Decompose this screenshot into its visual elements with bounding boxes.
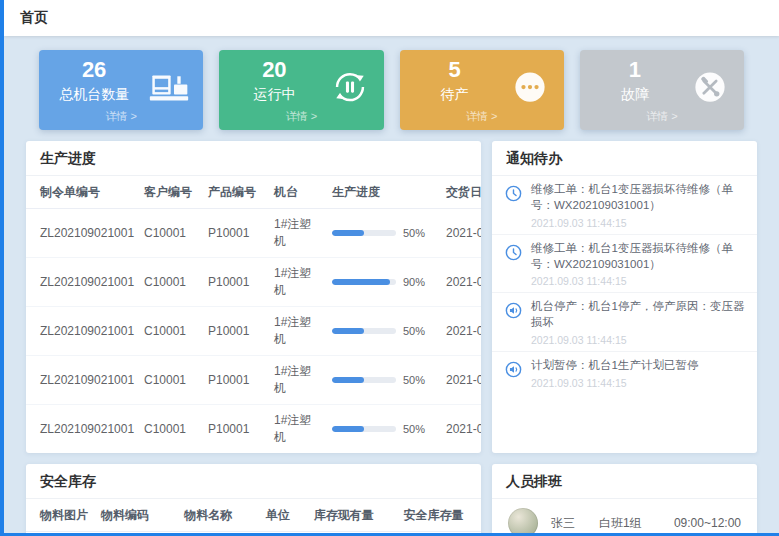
dashboard-row-top: 生产进度 制令单编号 客户编号 产品编号 机台 生产进度 交货日期 ZL2021… [26,141,757,453]
avatar [508,508,538,536]
col-safety: 安全库存量 [397,499,481,532]
staff-shift: 白班1组 [599,515,661,532]
ellipsis-icon [510,69,550,105]
notifications-title: 通知待办 [492,141,757,176]
table-row: ZL202109021001 C10001 P10001 1#注塑机 50% 2… [26,405,481,454]
stat-card-waiting[interactable]: 5 待产 详情 > [400,50,564,130]
progress-bar [332,279,396,285]
dashboard-content: 26 总机台数量 详情 > 20 运行中 详情 > [4,36,779,536]
date-cell: 2021-09-10 [440,258,481,307]
notifications-panel: 通知待办 维修工单：机台1变压器损坏待维修（单号：WX202109031001）… [492,141,757,453]
stat-card-running[interactable]: 20 运行中 详情 > [219,50,383,130]
notification-text: 计划暂停：机台1生产计划已暂停 [531,358,698,374]
progress-bar [332,426,396,432]
date-cell: 2021-09-10 [440,356,481,405]
product-cell: P10001 [202,209,268,258]
machine-cell: 1#注塑机 [268,209,326,258]
product-cell: P10001 [202,307,268,356]
col-progress: 生产进度 [326,176,440,209]
inventory-panel: 安全库存 物料图片 物料编码 物料名称 单位 库存现有量 安全库存量 M [26,464,481,536]
date-cell: 2021-09-10 [440,209,481,258]
table-row: ZL202109021001 C10001 P10001 1#注塑机 50% 2… [26,356,481,405]
speaker-icon [504,301,523,320]
order-cell: ZL202109021001 [26,405,138,454]
notification-item[interactable]: 机台停产：机台1停产，停产原因：变压器损坏 2021.09.03 11:44:1… [492,293,757,352]
production-table: 制令单编号 客户编号 产品编号 机台 生产进度 交货日期 ZL202109021… [26,176,481,453]
notification-item[interactable]: 计划暂停：机台1生产计划已暂停 2021.09.03 11:44:15 [492,352,757,394]
stat-card-total-machines[interactable]: 26 总机台数量 详情 > [39,50,203,130]
progress-bar [332,328,396,334]
schedule-panel: 人员排班 张三 白班1组 09:00~12:00 李四 白班2组 12:00~1… [492,464,757,536]
name-cell: RJ45接口 [178,532,259,536]
inventory-title: 安全库存 [26,464,481,499]
notification-text: 机台停产：机台1停产，停产原因：变压器损坏 [531,299,745,331]
progress-percent: 90% [403,276,425,288]
col-unit: 单位 [260,499,308,532]
notification-item[interactable]: 维修工单：机台1变压器损坏待维修（单号：WX202109031001） 2021… [492,176,757,235]
product-cell: P10001 [202,356,268,405]
date-cell: 2021-09-10 [440,405,481,454]
running-icon [330,69,370,105]
machine-cell: 1#注塑机 [268,258,326,307]
col-image: 物料图片 [26,499,95,532]
notification-time: 2021.09.03 11:44:15 [531,334,745,346]
machine-icon [149,69,189,105]
inventory-table: 物料图片 物料编码 物料名称 单位 库存现有量 安全库存量 M100001 RJ… [26,499,481,536]
order-cell: ZL202109021001 [26,356,138,405]
progress-bar [332,377,396,383]
customer-cell: C10001 [138,356,202,405]
speaker-icon [504,360,523,379]
customer-cell: C10001 [138,307,202,356]
product-cell: P10001 [202,405,268,454]
stock-cell: 750 [308,532,398,536]
schedule-list: 张三 白班1组 09:00~12:00 李四 白班2组 12:00~16:00 … [492,499,757,536]
schedule-row: 张三 白班1组 09:00~12:00 [492,499,757,536]
safety-cell: 900 [397,532,481,536]
notification-time: 2021.09.03 11:44:15 [531,275,745,287]
progress-cell: 50% [326,405,440,454]
stat-card-fault[interactable]: 1 故障 详情 > [580,50,744,130]
progress-percent: 50% [403,227,425,239]
table-header-row: 制令单编号 客户编号 产品编号 机台 生产进度 交货日期 [26,176,481,209]
header: 首页 [4,0,779,36]
image-cell [26,532,95,536]
col-stock: 库存现有量 [308,499,398,532]
unit-cell: 个 [260,532,308,536]
product-cell: P10001 [202,258,268,307]
table-row: ZL202109021001 C10001 P10001 1#注塑机 90% 2… [26,258,481,307]
notification-text: 维修工单：机台1变压器损坏待维修（单号：WX202109031001） [531,182,745,214]
customer-cell: C10001 [138,258,202,307]
order-cell: ZL202109021001 [26,258,138,307]
details-link[interactable]: 详情 > [219,109,383,124]
notification-item[interactable]: 维修工单：机台1变压器损坏待维修（单号：WX202109031001） 2021… [492,235,757,294]
tools-icon [690,69,730,105]
staff-time: 09:00~12:00 [674,516,741,530]
details-link[interactable]: 详情 > [580,109,744,124]
col-name: 物料名称 [178,499,259,532]
stat-cards-row: 26 总机台数量 详情 > 20 运行中 详情 > [39,50,744,130]
date-cell: 2021-09-10 [440,307,481,356]
table-row: M100001 RJ45接口 个 750 900 [26,532,481,536]
table-header-row: 物料图片 物料编码 物料名称 单位 库存现有量 安全库存量 [26,499,481,532]
customer-cell: C10001 [138,405,202,454]
col-code: 物料编码 [95,499,178,532]
details-link[interactable]: 详情 > [400,109,564,124]
production-title: 生产进度 [26,141,481,176]
dashboard-row-bottom: 安全库存 物料图片 物料编码 物料名称 单位 库存现有量 安全库存量 M [26,464,757,536]
customer-cell: C10001 [138,209,202,258]
notification-time: 2021.09.03 11:44:15 [531,377,698,389]
progress-cell: 90% [326,258,440,307]
page-title: 首页 [20,9,48,27]
progress-cell: 50% [326,307,440,356]
details-link[interactable]: 详情 > [39,109,203,124]
progress-percent: 50% [403,374,425,386]
notification-text: 维修工单：机台1变压器损坏待维修（单号：WX202109031001） [531,241,745,273]
col-machine: 机台 [268,176,326,209]
table-row: ZL202109021001 C10001 P10001 1#注塑机 50% 2… [26,307,481,356]
progress-percent: 50% [403,423,425,435]
progress-cell: 50% [326,209,440,258]
col-order: 制令单编号 [26,176,138,209]
order-cell: ZL202109021001 [26,209,138,258]
machine-cell: 1#注塑机 [268,405,326,454]
staff-name: 张三 [551,515,586,532]
